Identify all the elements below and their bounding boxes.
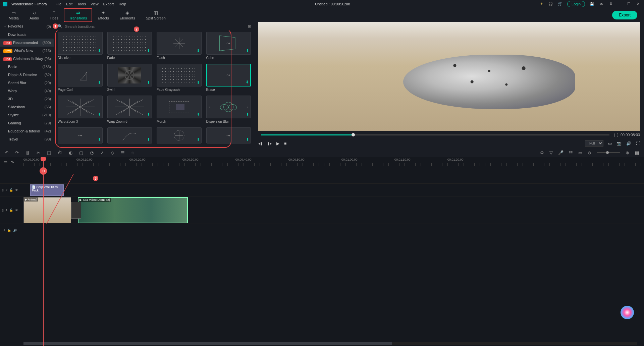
redo-icon[interactable]: ↷ bbox=[15, 150, 19, 155]
transition-item[interactable]: ⬇ bbox=[157, 127, 202, 143]
close-icon[interactable]: ✕ bbox=[637, 2, 641, 6]
transition-fade[interactable]: ⬇Fade bbox=[107, 32, 152, 60]
login-button[interactable]: Login bbox=[567, 1, 585, 7]
lock-icon[interactable]: 🔓 bbox=[9, 209, 13, 212]
menu-export[interactable]: Export bbox=[103, 2, 114, 6]
volume-icon[interactable]: 🔊 bbox=[626, 141, 631, 146]
tab-splitscreen[interactable]: ▥Split Screen bbox=[141, 8, 171, 22]
tab-media[interactable]: ▭Media bbox=[3, 8, 24, 22]
sidebar-item-ripple[interactable]: Ripple & Dissolve(32) bbox=[0, 71, 54, 79]
gear-icon[interactable]: ⚙ bbox=[540, 150, 544, 155]
sidebar-item-basic[interactable]: Basic(183) bbox=[0, 63, 54, 71]
sidebar-item-whatsnew[interactable]: NEWWhat's New(213) bbox=[0, 47, 54, 55]
prev-frame-icon[interactable]: ◂▮ bbox=[258, 141, 263, 146]
download-icon[interactable]: ⬇ bbox=[246, 48, 249, 53]
transition-fadegray[interactable]: ⬇Fade Grayscale bbox=[157, 64, 202, 92]
download-icon[interactable]: ⬇ bbox=[197, 112, 200, 117]
download-icon[interactable]: ⬇ bbox=[147, 80, 150, 85]
sidebar-item-recommended[interactable]: HOTRecommended(500) bbox=[0, 39, 54, 47]
sidebar-item-travel[interactable]: Travel(98) bbox=[0, 135, 54, 143]
speedramp-icon[interactable]: ◔ bbox=[90, 150, 94, 155]
speed-icon[interactable]: ⏱ bbox=[58, 150, 62, 155]
lock-icon[interactable]: 🔓 bbox=[9, 188, 13, 192]
cart-icon[interactable]: 🛒 bbox=[558, 2, 562, 6]
next-frame-icon[interactable]: ▮▸ bbox=[267, 141, 272, 146]
download-icon[interactable]: ⬇ bbox=[246, 80, 249, 84]
transition-dispersion[interactable]: ←→⬇Dispersion Blur bbox=[206, 96, 251, 123]
preview-scrubber[interactable] bbox=[261, 134, 609, 135]
title-clip[interactable]: 📄 Corporate Titles Pack bbox=[30, 184, 64, 196]
sidebar-item-slideshow[interactable]: Slideshow(66) bbox=[0, 103, 54, 111]
download-icon[interactable]: ⬇ bbox=[98, 80, 101, 85]
menu-tools[interactable]: Tools bbox=[77, 2, 86, 6]
sidebar-item-stylize[interactable]: Stylize(219) bbox=[0, 111, 54, 119]
download-icon[interactable]: ⬇ bbox=[147, 112, 150, 117]
sidebar-item-christmas[interactable]: HOTChristmas Holiday(96) bbox=[0, 55, 54, 63]
lock-icon[interactable]: 🔓 bbox=[7, 229, 11, 232]
tab-audio[interactable]: ♫Audio bbox=[24, 8, 44, 22]
download-icon[interactable]: ⬇ bbox=[197, 48, 200, 53]
download-icon[interactable]: ⬇ bbox=[246, 137, 249, 142]
crop-icon[interactable]: ⬚ bbox=[47, 150, 51, 155]
transition-clip[interactable] bbox=[71, 202, 81, 219]
sidebar-item-3d[interactable]: 3D(23) bbox=[0, 95, 54, 103]
expand-icon[interactable]: ⤢ bbox=[100, 150, 104, 155]
video-clip-sea[interactable]: ▶ Sea Video Demo (2) bbox=[78, 197, 188, 223]
snapshot-icon[interactable]: 📷 bbox=[616, 141, 622, 146]
audio-icon[interactable]: ⎌ bbox=[131, 150, 134, 155]
download-icon[interactable]: ⬇ bbox=[197, 80, 200, 85]
transition-swirl[interactable]: ⬇Swirl bbox=[107, 64, 152, 92]
eye-icon[interactable]: 👁 bbox=[15, 188, 18, 192]
zoom-in-icon[interactable]: ⊕ bbox=[626, 150, 629, 155]
download-icon[interactable]: ⬇ bbox=[608, 2, 613, 6]
transition-flash[interactable]: ⬇Flash bbox=[157, 32, 202, 60]
preview-viewport[interactable] bbox=[258, 22, 640, 131]
sparkle-icon[interactable]: ✦ bbox=[539, 2, 544, 6]
timeline-scrollbar[interactable] bbox=[23, 342, 637, 345]
mic-icon[interactable]: 🎤 bbox=[558, 150, 564, 155]
download-icon[interactable]: ⬇ bbox=[98, 137, 101, 142]
render-icon[interactable]: ▭ bbox=[578, 150, 582, 155]
transition-erase[interactable]: ⤳⬇Erase bbox=[206, 64, 251, 92]
playhead[interactable]: ✂ bbox=[43, 157, 44, 346]
delete-icon[interactable]: 🗑 bbox=[25, 150, 30, 155]
grid-view-icon[interactable]: ⊞ bbox=[248, 24, 251, 28]
quality-select[interactable]: Full bbox=[585, 140, 603, 147]
download-icon[interactable]: ⬇ bbox=[147, 137, 150, 142]
save-icon[interactable]: 💾 bbox=[590, 2, 594, 6]
adjust-icon[interactable]: ☰ bbox=[121, 150, 125, 155]
transition-warpzoom6[interactable]: ⬇Warp Zoom 6 bbox=[107, 96, 152, 123]
transition-item[interactable]: ⤳⬇ bbox=[206, 127, 251, 143]
sidebar-item-speedblur[interactable]: Speed Blur(29) bbox=[0, 79, 54, 87]
sidebar-item-education[interactable]: Education & tutorial(42) bbox=[0, 127, 54, 135]
search-input[interactable] bbox=[65, 24, 245, 28]
menu-edit[interactable]: Edit bbox=[66, 2, 72, 6]
video-clip-animal[interactable]: ▶ Animal bbox=[23, 197, 71, 223]
zoom-out-icon[interactable]: ⊖ bbox=[588, 150, 591, 155]
minimize-icon[interactable]: ─ bbox=[618, 2, 623, 6]
eye-icon[interactable]: 👁 bbox=[15, 209, 18, 212]
download-icon[interactable]: ⬇ bbox=[197, 137, 200, 142]
undo-icon[interactable]: ↶ bbox=[5, 150, 8, 155]
transition-cube[interactable]: ⤳⬇Cube bbox=[206, 32, 251, 60]
mixer-icon[interactable]: ☷ bbox=[569, 150, 573, 155]
color-icon[interactable]: ◐ bbox=[69, 150, 72, 155]
sidebar-item-downloads[interactable]: Downloads bbox=[0, 31, 54, 39]
transition-item[interactable]: ⤳⬇ bbox=[58, 127, 103, 143]
marker-icon[interactable]: ▽ bbox=[549, 150, 553, 155]
maximize-icon[interactable]: ☐ bbox=[627, 2, 632, 6]
timeline-ruler[interactable]: 00:00:00:00 00:00:10:00 00:00:20:00 00:0… bbox=[23, 157, 644, 166]
scrubber-handle[interactable] bbox=[352, 133, 355, 136]
sidebar-item-gaming[interactable]: Gaming(79) bbox=[0, 119, 54, 127]
menu-help[interactable]: Help bbox=[118, 2, 126, 6]
headphones-icon[interactable]: 🎧 bbox=[548, 2, 553, 6]
download-icon[interactable]: ⬇ bbox=[147, 48, 150, 53]
menu-view[interactable]: View bbox=[91, 2, 99, 6]
transition-pagecurl[interactable]: ⬇Page Curl bbox=[58, 64, 103, 92]
tab-transitions[interactable]: ⇄Transitions bbox=[64, 8, 92, 22]
tab-elements[interactable]: ◈Elements bbox=[114, 8, 141, 22]
sidebar-item-favorites[interactable]: ♡Favorites(0) bbox=[0, 22, 54, 31]
split-icon[interactable]: ✂ bbox=[37, 150, 40, 155]
keyframe-icon[interactable]: ◇ bbox=[111, 150, 114, 155]
scissors-icon[interactable]: ✂ bbox=[40, 167, 47, 175]
